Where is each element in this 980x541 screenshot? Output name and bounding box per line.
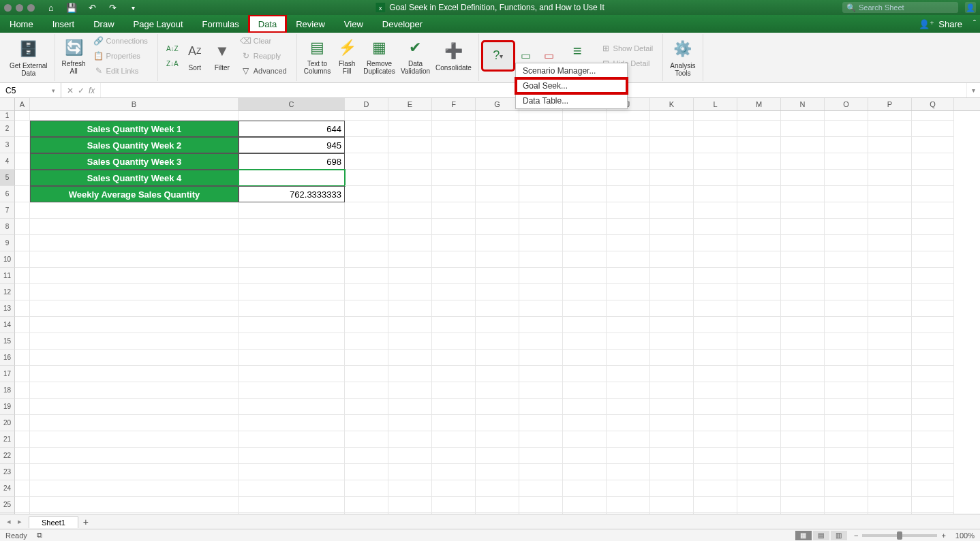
cell[interactable]: [15, 399, 30, 415]
cell[interactable]: [607, 366, 650, 382]
data-validation-button[interactable]: ✔Data Validation: [398, 32, 433, 80]
cell[interactable]: [694, 497, 737, 513]
tab-home[interactable]: Home: [0, 15, 43, 33]
scenario-manager-item[interactable]: Scenario Manager...: [516, 63, 627, 78]
cell[interactable]: [519, 333, 563, 350]
cell[interactable]: [476, 448, 519, 464]
advanced-button[interactable]: ▽Advanced: [239, 64, 290, 78]
cell[interactable]: [737, 251, 781, 268]
accept-formula-icon[interactable]: ✓: [78, 86, 85, 95]
cell[interactable]: [563, 366, 607, 382]
cell[interactable]: [607, 415, 650, 431]
cell[interactable]: [345, 317, 388, 333]
row-header-7[interactable]: 7: [0, 202, 15, 219]
cell[interactable]: [519, 284, 563, 300]
cell[interactable]: [781, 464, 825, 480]
row-header-15[interactable]: 15: [0, 333, 15, 350]
cell[interactable]: [825, 431, 868, 448]
cell[interactable]: [30, 382, 239, 399]
cell[interactable]: [912, 170, 954, 186]
cell[interactable]: [345, 480, 388, 497]
cell[interactable]: [694, 170, 737, 186]
page-break-view-button[interactable]: ▥: [831, 531, 847, 540]
sort-button[interactable]: AZ Sort: [181, 32, 209, 80]
cell[interactable]: [912, 448, 954, 464]
fx-icon[interactable]: fx: [89, 86, 95, 95]
cell[interactable]: [650, 513, 694, 514]
cell[interactable]: [825, 235, 868, 251]
row-header-20[interactable]: 20: [0, 415, 15, 431]
row-header-19[interactable]: 19: [0, 399, 15, 415]
cell[interactable]: [388, 431, 432, 448]
cell[interactable]: [737, 121, 781, 137]
cell[interactable]: [563, 415, 607, 431]
col-P[interactable]: P: [868, 98, 912, 110]
cell[interactable]: [345, 251, 388, 268]
row-header-14[interactable]: 14: [0, 317, 15, 333]
cell[interactable]: [15, 497, 30, 513]
save-icon[interactable]: 💾: [66, 2, 77, 13]
cell[interactable]: [519, 111, 563, 121]
cell[interactable]: [825, 111, 868, 121]
cell[interactable]: [388, 513, 432, 514]
cell[interactable]: [781, 448, 825, 464]
cell[interactable]: Weekly Average Sales Quantity: [30, 186, 239, 202]
cell[interactable]: [563, 431, 607, 448]
cell[interactable]: [15, 415, 30, 431]
col-A[interactable]: A: [15, 98, 30, 110]
cell[interactable]: [476, 333, 519, 350]
cell[interactable]: [388, 350, 432, 366]
cell[interactable]: [15, 202, 30, 219]
cell[interactable]: [239, 268, 345, 284]
cell[interactable]: [345, 137, 388, 153]
cell[interactable]: [239, 235, 345, 251]
cell[interactable]: [15, 137, 30, 153]
close-dot[interactable]: [4, 4, 12, 12]
cell[interactable]: [737, 284, 781, 300]
cell[interactable]: [694, 268, 737, 284]
cell[interactable]: [432, 268, 476, 284]
cell[interactable]: [563, 111, 607, 121]
cell[interactable]: [345, 219, 388, 235]
cell[interactable]: [432, 415, 476, 431]
tab-data[interactable]: Data: [249, 15, 286, 33]
cell[interactable]: [737, 350, 781, 366]
cell[interactable]: [607, 186, 650, 202]
cell[interactable]: [650, 111, 694, 121]
row-header-1[interactable]: 1: [0, 111, 15, 121]
cell[interactable]: [345, 333, 388, 350]
cell[interactable]: [912, 284, 954, 300]
cell[interactable]: [519, 366, 563, 382]
what-if-analysis-button[interactable]: ?▾: [483, 42, 513, 69]
cell[interactable]: [912, 513, 954, 514]
row-header-3[interactable]: 3: [0, 137, 15, 153]
cell[interactable]: [239, 111, 345, 121]
cell[interactable]: [912, 399, 954, 415]
cell[interactable]: [15, 153, 30, 170]
cell[interactable]: [476, 382, 519, 399]
cell[interactable]: [239, 399, 345, 415]
cell[interactable]: [432, 111, 476, 121]
edit-links-button[interactable]: ✎Edit Links: [91, 64, 151, 78]
cell[interactable]: [912, 137, 954, 153]
cell[interactable]: [345, 497, 388, 513]
properties-button[interactable]: 📋Properties: [91, 49, 151, 63]
cell[interactable]: [30, 448, 239, 464]
cell[interactable]: [345, 235, 388, 251]
cell[interactable]: [519, 399, 563, 415]
cell[interactable]: [388, 448, 432, 464]
cell[interactable]: [912, 366, 954, 382]
cell[interactable]: [519, 121, 563, 137]
cell[interactable]: [432, 202, 476, 219]
cell[interactable]: [345, 153, 388, 170]
cell[interactable]: [694, 284, 737, 300]
cell[interactable]: [694, 300, 737, 317]
cell[interactable]: [432, 350, 476, 366]
cell[interactable]: [650, 317, 694, 333]
cell[interactable]: [781, 480, 825, 497]
cell[interactable]: [30, 317, 239, 333]
cell[interactable]: [912, 480, 954, 497]
get-external-data-button[interactable]: 🗄️ Get External Data: [7, 35, 50, 80]
cell[interactable]: [607, 251, 650, 268]
filter-button[interactable]: ▼ Filter: [209, 32, 236, 80]
